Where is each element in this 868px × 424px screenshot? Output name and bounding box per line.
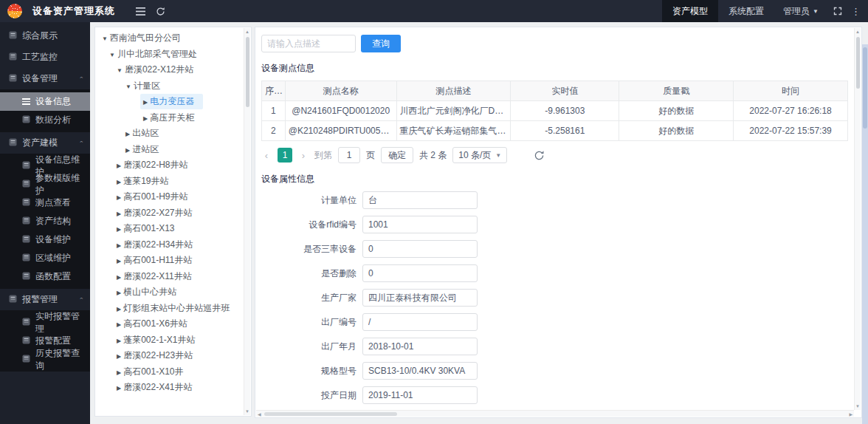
tree-expand-icon[interactable]: ▼ xyxy=(102,35,108,42)
content-scrollbar[interactable]: ▲ ▼ xyxy=(854,28,861,410)
next-page-button[interactable]: › xyxy=(298,150,309,161)
tree-collapse-icon[interactable]: ▶ xyxy=(117,274,121,281)
query-button[interactable]: 查询 xyxy=(361,35,401,52)
sidebar-subitem-9[interactable]: 资产结构 xyxy=(0,212,90,230)
tree-node-3[interactable]: ▼计量区 xyxy=(95,78,249,95)
scroll-thumb[interactable] xyxy=(264,412,397,416)
user-menu[interactable]: 管理员 ▼ xyxy=(774,5,827,18)
tree-node-9[interactable]: ▶蓬莱19井站 xyxy=(95,174,249,190)
sidebar-item-13[interactable]: 报警管理⌃ xyxy=(0,289,90,310)
refresh-icon[interactable] xyxy=(156,7,165,16)
tree-collapse-icon[interactable]: ▶ xyxy=(117,226,121,233)
confirm-button[interactable]: 确定 xyxy=(381,147,413,163)
page-number-button[interactable]: 1 xyxy=(278,148,292,163)
scroll-up-icon[interactable]: ▲ xyxy=(245,28,249,35)
more-options-icon[interactable]: ⋮ xyxy=(848,6,868,17)
form-field-input-5[interactable] xyxy=(362,313,478,331)
tree-node-16[interactable]: ▶横山中心井站 xyxy=(95,284,249,301)
goto-page-input[interactable] xyxy=(338,147,360,163)
sidebar-subitem-14[interactable]: 实时报警管理 xyxy=(0,313,90,332)
scroll-thumb[interactable] xyxy=(246,37,249,107)
sidebar-subitem-11[interactable]: 区域维护 xyxy=(0,249,90,267)
tree-collapse-icon[interactable]: ▶ xyxy=(143,99,148,106)
form-field-input-3[interactable] xyxy=(362,264,478,282)
tree-node-8[interactable]: ▶磨溪022-H8井站 xyxy=(95,157,249,174)
search-input[interactable] xyxy=(261,35,356,52)
scroll-left-icon[interactable]: ◀ xyxy=(256,411,263,417)
header-nav-1[interactable]: 系统配置 xyxy=(718,0,774,22)
tree-node-20[interactable]: ▶磨溪022-H23井站 xyxy=(95,348,249,364)
tree-node-15[interactable]: ▶磨溪022-X11井站 xyxy=(95,269,249,285)
tree-node-11[interactable]: ▶磨溪022-X27井站 xyxy=(95,205,249,222)
tree-collapse-icon[interactable]: ▶ xyxy=(117,242,121,249)
tree-collapse-icon[interactable]: ▶ xyxy=(117,211,121,217)
tree-node-13[interactable]: ▶磨溪022-H34井站 xyxy=(95,237,249,253)
tree-collapse-icon[interactable]: ▶ xyxy=(117,321,121,328)
page-size-select[interactable]: 10 条/页 ▼ xyxy=(452,147,507,163)
tree-collapse-icon[interactable]: ▶ xyxy=(117,306,121,312)
tree-node-5[interactable]: ▶高压开关柜 xyxy=(95,110,249,126)
tree-collapse-icon[interactable]: ▶ xyxy=(125,131,130,137)
page-scrollbar[interactable] xyxy=(862,44,868,424)
tree-node-4[interactable]: ▶电力变压器 xyxy=(95,94,249,110)
form-field-input-2[interactable] xyxy=(362,240,478,258)
tree-collapse-icon[interactable]: ▶ xyxy=(143,115,148,122)
goto-label: 到第 xyxy=(314,149,332,162)
tree-collapse-icon[interactable]: ▶ xyxy=(117,353,121,360)
scroll-down-icon[interactable]: ▼ xyxy=(855,403,860,410)
tree-node-0[interactable]: ▼西南油气田分公司 xyxy=(95,30,249,47)
tree-node-7[interactable]: ▶进站区 xyxy=(95,142,249,158)
scroll-thumb[interactable] xyxy=(856,37,860,89)
sidebar-subitem-7[interactable]: 参数模版维护 xyxy=(0,175,90,194)
tree-node-22[interactable]: ▶磨溪022-X41井站 xyxy=(95,380,249,396)
scroll-up-icon[interactable]: ▲ xyxy=(855,28,860,35)
form-field-input-1[interactable] xyxy=(362,216,478,233)
tree-collapse-icon[interactable]: ▶ xyxy=(125,147,130,154)
sidebar-subitem-12[interactable]: 函数配置 xyxy=(0,267,90,286)
sidebar-subitem-4[interactable]: 数据分析 xyxy=(0,111,90,129)
sidebar-item-0[interactable]: 综合展示 xyxy=(0,25,90,47)
tree-collapse-icon[interactable]: ▶ xyxy=(117,385,121,391)
collapse-menu-icon[interactable] xyxy=(136,7,145,16)
tree-node-21[interactable]: ▶高石001-X10井 xyxy=(95,364,249,380)
tree-expand-icon[interactable]: ▼ xyxy=(125,83,131,90)
sidebar-item-1[interactable]: 工艺监控 xyxy=(0,47,90,68)
tree-node-1[interactable]: ▼川中北部采气管理处 xyxy=(95,47,249,63)
content-hscrollbar[interactable]: ◀ ▶ xyxy=(256,410,854,417)
sidebar-item-5[interactable]: 资产建模⌃ xyxy=(0,132,90,154)
sidebar-item-2[interactable]: 设备管理⌃ xyxy=(0,68,90,89)
scroll-down-icon[interactable]: ▼ xyxy=(245,408,249,415)
form-field-input-4[interactable] xyxy=(362,289,478,307)
sidebar-subitem-3[interactable]: 设备信息 xyxy=(0,92,90,111)
tree-expand-icon[interactable]: ▼ xyxy=(109,52,115,58)
tree-expand-icon[interactable]: ▼ xyxy=(117,67,123,74)
tree-node-2[interactable]: ▼磨溪022-X12井站 xyxy=(95,62,249,78)
sidebar-subitem-16[interactable]: 历史报警查询 xyxy=(0,350,90,369)
prev-page-button[interactable]: ‹ xyxy=(261,150,272,161)
tree-node-12[interactable]: ▶高石001-X13 xyxy=(95,221,249,237)
tree-node-17[interactable]: ▶灯影组末站中心井站巡井班 xyxy=(95,301,249,317)
tree-collapse-icon[interactable]: ▶ xyxy=(117,163,121,169)
header-nav-0[interactable]: 资产模型 xyxy=(662,0,718,22)
scroll-right-icon[interactable]: ▶ xyxy=(847,411,854,417)
form-field-input-6[interactable] xyxy=(362,338,478,355)
form-field-input-8[interactable] xyxy=(362,386,478,404)
fullscreen-icon[interactable] xyxy=(827,7,848,16)
tree-scrollbar[interactable]: ▲ ▼ xyxy=(244,28,250,415)
table-refresh-icon[interactable] xyxy=(534,150,545,161)
tree-node-18[interactable]: ▶高石001-X6井站 xyxy=(95,316,249,332)
tree-node-10[interactable]: ▶高石001-H9井站 xyxy=(95,189,249,205)
tree-node-14[interactable]: ▶高石001-H11井站 xyxy=(95,253,249,269)
tree-node-6[interactable]: ▶出站区 xyxy=(95,126,249,142)
tree-collapse-icon[interactable]: ▶ xyxy=(117,338,121,344)
tree-collapse-icon[interactable]: ▶ xyxy=(117,369,121,376)
form-field-input-0[interactable] xyxy=(362,191,478,209)
tree-collapse-icon[interactable]: ▶ xyxy=(117,290,121,296)
form-field-input-7[interactable] xyxy=(362,362,478,380)
tree-collapse-icon[interactable]: ▶ xyxy=(117,194,121,201)
sidebar-subitem-10[interactable]: 设备维护 xyxy=(0,230,90,249)
tree-node-19[interactable]: ▶蓬莱002-1-X1井站 xyxy=(95,332,249,349)
tree-collapse-icon[interactable]: ▶ xyxy=(117,179,121,185)
scroll-thumb[interactable] xyxy=(863,47,867,129)
tree-collapse-icon[interactable]: ▶ xyxy=(117,258,121,264)
